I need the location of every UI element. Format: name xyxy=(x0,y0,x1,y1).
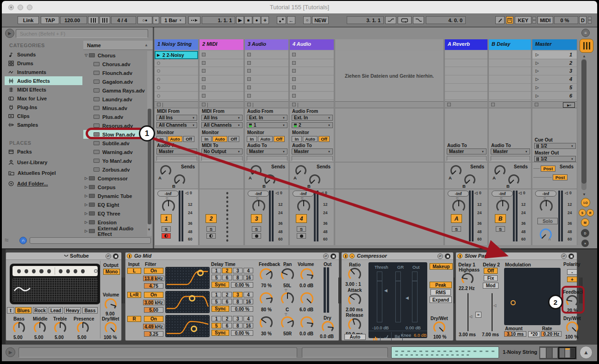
input-type-chooser[interactable]: Ext. In xyxy=(247,115,287,121)
automation-arm-button[interactable] xyxy=(277,16,286,24)
pan-knob[interactable] xyxy=(297,200,310,213)
track-activator[interactable]: 2 xyxy=(206,214,217,223)
search-input[interactable] xyxy=(16,29,148,38)
output-chooser[interactable]: No Output xyxy=(201,148,243,154)
input-type-chooser[interactable]: All Ins xyxy=(201,115,243,121)
beat-button[interactable]: 6 xyxy=(222,275,232,280)
record-slot-icon[interactable] xyxy=(157,94,160,98)
clip-stop-icon[interactable] xyxy=(292,69,296,73)
delay-offset-field[interactable]: 0.00 % xyxy=(231,282,253,288)
reenable-automation-button[interactable]: ← xyxy=(287,16,295,24)
nudge-down-button[interactable] xyxy=(88,16,99,24)
delay-offset-field[interactable]: 0.00 % xyxy=(231,330,253,336)
amp-preset-button[interactable]: Blues xyxy=(15,307,31,314)
arrangement-position-field[interactable]: 1. 1. 1 xyxy=(202,16,235,24)
delay-input-lr-button[interactable]: L+R xyxy=(127,292,141,298)
send-a-knob[interactable] xyxy=(160,165,171,176)
clip-slot[interactable] xyxy=(290,75,334,84)
beat-button[interactable]: 2 xyxy=(222,268,232,273)
midi-map-button[interactable]: MIDI xyxy=(537,16,553,24)
device-on-icon[interactable] xyxy=(127,253,132,259)
beat-button[interactable]: 8 xyxy=(233,275,243,280)
list-item[interactable]: ▷Corpus xyxy=(83,183,146,191)
delay-offset-field[interactable]: 0.00 % xyxy=(231,306,253,312)
device-chain-minimap[interactable] xyxy=(539,346,577,359)
activity-view-icon[interactable] xyxy=(370,337,381,340)
minimize-window-button[interactable] xyxy=(18,5,23,10)
filter-on-button[interactable]: On xyxy=(144,316,163,322)
clip-slot[interactable] xyxy=(200,59,243,68)
pan-knob[interactable] xyxy=(540,200,553,213)
pan-knob[interactable] xyxy=(281,268,294,281)
volume-field[interactable]: -Inf xyxy=(535,191,556,197)
delay1-slider[interactable] xyxy=(468,293,468,331)
list-item[interactable]: ▷Dynamic Tube xyxy=(83,191,146,200)
stop-button[interactable]: ■ xyxy=(244,16,252,24)
filter-q-field[interactable]: 3.25 xyxy=(144,331,163,337)
send-a-knob[interactable] xyxy=(250,165,262,176)
sidebar-item-plugins[interactable]: Plug-Ins xyxy=(5,103,82,111)
drywet-knob[interactable] xyxy=(566,321,578,333)
scroll-up-icon[interactable]: ▲ xyxy=(582,54,586,58)
sidebar-item-max-for-live[interactable]: Max for Live xyxy=(5,94,82,103)
input-type-chooser[interactable]: Ext. In xyxy=(292,115,333,121)
filter-freq-field[interactable]: 3.00 kHz xyxy=(143,300,164,305)
solo-cue-button[interactable]: Solo xyxy=(537,218,558,224)
return-activator[interactable]: A xyxy=(451,214,462,223)
filter-display[interactable] xyxy=(165,267,210,289)
sidebar-item-clips[interactable]: Clips xyxy=(5,111,82,120)
save-preset-icon[interactable] xyxy=(331,253,336,259)
amp-preset-button[interactable]: Rock xyxy=(33,307,47,314)
feedback-knob[interactable] xyxy=(260,316,273,329)
peak-button[interactable]: Peak xyxy=(430,282,452,288)
beat-button[interactable]: 1 xyxy=(212,268,221,273)
display-mode-buttons[interactable] xyxy=(370,332,403,340)
show-io-toggle[interactable]: I-O xyxy=(581,198,590,207)
clip-slot[interactable] xyxy=(245,51,288,59)
status-play-button[interactable]: ▶ xyxy=(6,347,15,357)
sync-button[interactable]: Sync xyxy=(212,306,229,312)
volume-field[interactable]: -Inf xyxy=(293,191,314,197)
transfer-curve-icon[interactable] xyxy=(381,332,392,340)
fold-device-view-button[interactable]: ▲ xyxy=(580,346,593,359)
clip-slot[interactable] xyxy=(290,67,334,75)
session-record-button[interactable]: ○ xyxy=(303,16,311,24)
arm-button[interactable] xyxy=(206,233,216,239)
return-header[interactable]: B Delay xyxy=(489,39,531,50)
scene-slot[interactable]: ▷2 xyxy=(532,59,577,68)
clip-slot[interactable] xyxy=(290,92,334,100)
device-on-icon[interactable] xyxy=(457,253,462,259)
stop-clip-button[interactable] xyxy=(447,103,451,106)
output-chooser[interactable]: Master xyxy=(491,148,530,154)
draw-mode-button[interactable] xyxy=(495,16,505,24)
clip-stop-icon[interactable] xyxy=(202,69,206,73)
show-crossfader-toggle[interactable]: × xyxy=(581,240,589,247)
clip-stop-icon[interactable] xyxy=(292,61,296,65)
beat-button[interactable]: 1 xyxy=(212,292,221,297)
clip-stop-icon[interactable] xyxy=(202,61,206,65)
list-item[interactable]: Zorbus.adv xyxy=(83,165,146,174)
list-item[interactable]: Plus.adv xyxy=(83,112,146,121)
input-type-chooser[interactable]: All Ins xyxy=(156,115,197,121)
list-item[interactable]: Gagalon.adv xyxy=(83,77,146,86)
clip-stop-icon[interactable] xyxy=(202,77,206,81)
beat-button[interactable]: 5 xyxy=(212,323,221,328)
clip-stop-icon[interactable] xyxy=(292,77,296,81)
monitor-auto-button[interactable]: Auto xyxy=(168,136,182,142)
knee-value[interactable]: 6.0 dB xyxy=(414,333,426,338)
list-item[interactable]: Flounch.adv xyxy=(83,68,146,77)
polarity-plus-button[interactable]: + xyxy=(567,277,577,282)
volume-field[interactable]: -Inf xyxy=(492,191,513,197)
device-drop-zone[interactable] xyxy=(122,278,125,303)
output-chooser[interactable]: Master xyxy=(156,148,197,154)
minimap-selection[interactable] xyxy=(558,347,576,359)
sync-button[interactable]: Sync xyxy=(212,282,229,288)
clip-stop-icon[interactable] xyxy=(292,86,296,89)
list-item[interactable]: ▽Chorus xyxy=(83,51,146,60)
hot-swap-icon[interactable]: ⇄ xyxy=(437,253,443,259)
delay2-off-button[interactable]: Off xyxy=(484,268,498,274)
device-title-bar[interactable]: ▼ Compressor ⇄ xyxy=(342,253,453,260)
session-scrollbar[interactable] xyxy=(581,59,587,190)
arm-button[interactable] xyxy=(297,233,306,239)
list-item[interactable]: ▷Compressor xyxy=(83,174,146,183)
